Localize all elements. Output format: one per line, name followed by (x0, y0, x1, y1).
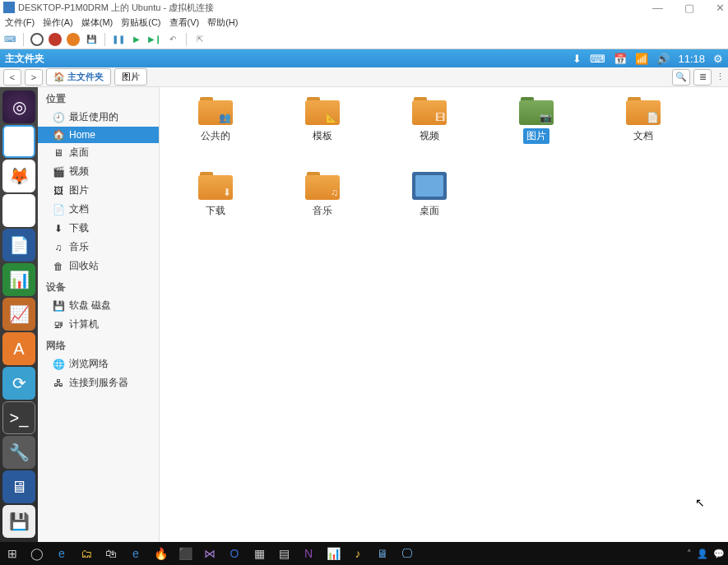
menu-clipboard[interactable]: 剪贴板(C) (121, 16, 160, 29)
sidebar-item-videos[interactable]: 🎬视频 (38, 162, 159, 181)
devices-header: 设备 (38, 276, 159, 296)
app-icon-4[interactable]: ▤ (275, 544, 293, 563)
sidebar-item-label: 回收站 (69, 259, 99, 273)
launcher-writer[interactable]: 📄 (2, 229, 35, 262)
app-icon-5[interactable]: 📊 (324, 544, 342, 563)
tb-share-icon[interactable]: ⇱ (193, 33, 206, 46)
menu-action[interactable]: 操作(A) (43, 16, 73, 29)
folder-videos[interactable]: 🎞视频 (405, 97, 454, 144)
folder-label: 公共的 (197, 128, 234, 144)
folder-downloads[interactable]: ⬇下载 (191, 172, 240, 219)
outlook-icon[interactable]: O (225, 544, 243, 563)
maximize-button[interactable]: ▢ (684, 2, 694, 14)
gear-icon[interactable]: ⚙ (713, 53, 723, 65)
tb-start-icon[interactable] (30, 33, 44, 46)
download-icon[interactable]: ⬇ (573, 53, 582, 65)
tb-ctrl-alt-del-icon[interactable]: ⌨ (3, 33, 16, 46)
tb-reset-icon[interactable]: ▶ (130, 33, 143, 46)
volume-icon[interactable]: 🔊 (656, 53, 670, 65)
sidebar-item-connect-server[interactable]: 🖧连接到服务器 (38, 373, 159, 392)
explorer-icon[interactable]: 🗂 (77, 544, 95, 563)
search-button[interactable]: 🔍 (672, 69, 690, 86)
folder-templates[interactable]: 📐模板 (298, 97, 347, 144)
forward-button[interactable]: > (25, 69, 43, 86)
onenote-icon[interactable]: N (299, 544, 318, 563)
launcher-ubuntu-dash[interactable]: ◎ (2, 90, 35, 123)
tray-up-icon[interactable]: ˄ (687, 549, 692, 559)
sidebar-item-home[interactable]: 🏠Home (38, 127, 159, 143)
menu-help[interactable]: 帮助(H) (207, 16, 238, 29)
app-icon-2[interactable]: ⬛ (176, 544, 194, 563)
launcher-save[interactable]: 💾 (2, 505, 35, 538)
launcher-tools[interactable]: 🔧 (2, 436, 35, 469)
launcher-chromium[interactable]: ◯ (2, 194, 35, 227)
launcher-updater[interactable]: ⟳ (2, 367, 35, 400)
tb-save-icon[interactable]: 💾 (85, 33, 98, 46)
folder-documents[interactable]: 📄文档 (619, 97, 668, 144)
sidebar-item-pictures[interactable]: 🖼图片 (38, 181, 159, 200)
sidebar-item-computer[interactable]: 🖳计算机 (38, 315, 159, 334)
view-list-button[interactable]: ≣ (693, 69, 712, 86)
wifi-icon[interactable]: 📶 (635, 53, 648, 65)
launcher-calc[interactable]: 📊 (2, 263, 35, 296)
minimize-button[interactable]: — (652, 2, 663, 14)
sidebar-item-desktop[interactable]: 🖥桌面 (38, 143, 159, 162)
tb-checkpoint-icon[interactable]: ▶❙ (148, 33, 161, 46)
recent-icon: 🕘 (53, 112, 64, 123)
launcher-displays[interactable]: 🖥 (2, 470, 35, 503)
start-button[interactable]: ⊞ (3, 544, 21, 563)
tb-revert-icon[interactable]: ↶ (166, 33, 179, 46)
tb-shutdown-icon[interactable] (67, 33, 80, 46)
sidebar-item-label: 浏览网络 (69, 357, 109, 371)
ie-icon[interactable]: e (127, 544, 145, 563)
tb-pause-icon[interactable]: ❚❚ (112, 33, 125, 46)
launcher-firefox[interactable]: 🦊 (2, 160, 35, 192)
path-segment-pictures[interactable]: 图片 (114, 68, 147, 86)
launcher-impress[interactable]: 📈 (2, 298, 35, 331)
tray-people-icon[interactable]: 👤 (697, 549, 708, 559)
vs-icon[interactable]: ⋈ (201, 544, 219, 563)
calendar-icon[interactable]: 📅 (614, 53, 627, 65)
sidebar-item-browse-network[interactable]: 🌐浏览网络 (38, 354, 159, 373)
sidebar-item-label: 图片 (69, 183, 89, 197)
tb-turnoff-icon[interactable] (49, 33, 62, 46)
music-icon: ♫ (53, 242, 64, 253)
launcher-terminal[interactable]: >_ (2, 401, 35, 434)
folder-public[interactable]: 👥公共的 (191, 97, 240, 144)
menu-media[interactable]: 媒体(M) (81, 16, 114, 29)
tray-notif-icon[interactable]: 💬 (713, 549, 725, 559)
keyboard-icon[interactable]: ⌨ (590, 53, 605, 65)
folder-icon: ⬇ (198, 172, 233, 200)
launcher-files[interactable]: 🗂 (2, 125, 35, 158)
folder-desktop-folder[interactable]: 桌面 (405, 172, 454, 219)
clock[interactable]: 11:18 (678, 53, 705, 65)
edge-icon[interactable]: e (53, 544, 71, 563)
sidebar-item-music[interactable]: ♫音乐 (38, 238, 159, 257)
content-area[interactable]: 👥公共的📐模板🎞视频📷图片📄文档⬇下载♫音乐桌面 (160, 87, 728, 554)
folder-pictures[interactable]: 📷图片 (512, 97, 561, 144)
sidebar-item-recent[interactable]: 🕘最近使用的 (38, 108, 159, 127)
sidebar-item-floppy[interactable]: 💾软盘 磁盘 (38, 296, 159, 315)
app-icon-1[interactable]: 🔥 (151, 544, 169, 563)
sidebar-item-label: 桌面 (69, 146, 89, 160)
folder-music[interactable]: ♫音乐 (298, 172, 347, 219)
system-tray: ⬇ ⌨ 📅 📶 🔊 11:18 ⚙ (573, 53, 723, 65)
close-button[interactable]: ✕ (716, 2, 725, 14)
sidebar-item-downloads[interactable]: ⬇下载 (38, 219, 159, 238)
store-icon[interactable]: 🛍 (102, 544, 120, 563)
app-icon-3[interactable]: ▦ (250, 544, 268, 563)
menu-file[interactable]: 文件(F) (5, 16, 35, 29)
menu-view[interactable]: 查看(V) (169, 16, 200, 29)
sidebar-item-trash[interactable]: 🗑回收站 (38, 257, 159, 276)
launcher-software[interactable]: A (2, 332, 35, 365)
taskbar-tray: ˄ 👤 💬 (687, 549, 725, 559)
sidebar-item-label: 下载 (69, 221, 89, 235)
hyperv-icon[interactable]: 🖥 (373, 544, 392, 563)
path-home[interactable]: 🏠 主文件夹 (46, 68, 111, 86)
app-icon-6[interactable]: ♪ (349, 544, 367, 563)
cortana-icon[interactable]: ◯ (28, 544, 46, 563)
sidebar-item-documents[interactable]: 📄文档 (38, 200, 159, 219)
back-button[interactable]: < (3, 69, 21, 86)
view-menu-button[interactable]: ⋮ (715, 69, 725, 86)
vm-connect-icon[interactable]: 🖵 (398, 544, 416, 563)
